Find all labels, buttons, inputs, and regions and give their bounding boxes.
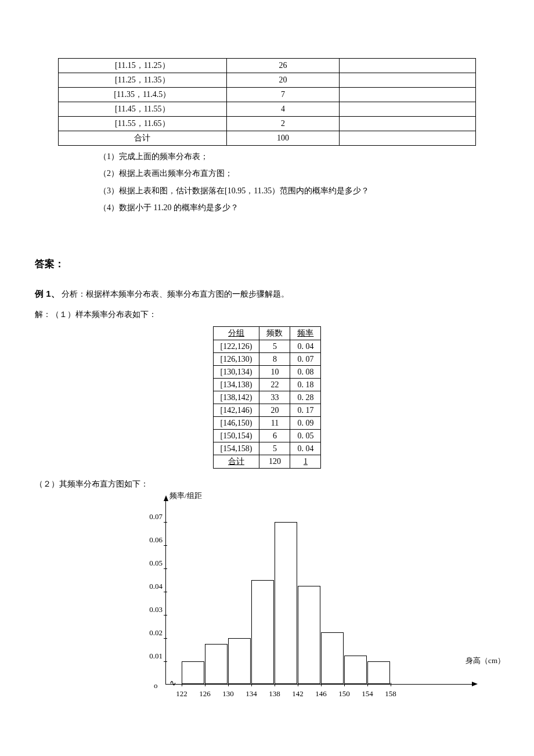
table-cell: 11 — [259, 417, 290, 430]
frequency-table: 分组频数频率[122,126)50. 04[126,130)80. 07[130… — [213, 326, 322, 469]
x-tick-label: 142 — [288, 689, 308, 699]
analysis-text: 分析：根据样本频率分布表、频率分布直方图的一般步骤解题。 — [62, 290, 289, 298]
table-row: [138,142)330. 28 — [213, 391, 321, 404]
table-cell: 0. 04 — [290, 340, 321, 353]
table-cell: 5 — [259, 442, 290, 455]
histogram-bar — [367, 661, 390, 684]
question-1: （1）完成上面的频率分布表； — [99, 148, 499, 165]
origin-label: o — [154, 681, 158, 690]
table-cell: 0. 28 — [290, 391, 321, 404]
x-tick-label: 150 — [334, 689, 354, 699]
table-cell: [11.35，11.4.5） — [59, 88, 227, 102]
table-row: 合计100 — [59, 131, 476, 146]
x-axis: 身高（cm） — [165, 684, 473, 685]
histogram-bar — [321, 632, 344, 684]
y-tick-label: 0.07 — [140, 512, 163, 521]
table-row: [11.35，11.4.5）7 — [59, 88, 476, 102]
table-cell: 2 — [226, 117, 340, 131]
y-tick-label: 0.04 — [140, 582, 163, 591]
table-row: [142,146)200. 17 — [213, 404, 321, 417]
table-cell: 0. 08 — [290, 366, 321, 379]
x-tick-label: 138 — [265, 689, 284, 699]
y-tick — [164, 638, 167, 639]
y-tick — [164, 522, 167, 523]
table-row: [11.45，11.55）4 — [59, 102, 476, 117]
axis-break-icon: ∿ — [169, 678, 176, 688]
table-cell: 合计 — [59, 131, 227, 146]
table-cell: 10 — [259, 366, 290, 379]
table-cell: [154,158) — [213, 442, 259, 455]
table-header: 分组 — [213, 327, 259, 340]
table-cell: 0. 18 — [290, 379, 321, 391]
histogram-bar — [251, 580, 274, 684]
table-cell — [340, 117, 476, 131]
table-cell: [122,126) — [213, 340, 259, 353]
example-analysis: 例 1、 分析：根据样本频率分布表、频率分布直方图的一般步骤解题。 — [35, 285, 499, 303]
y-tick — [164, 545, 167, 546]
table-cell: 26 — [226, 59, 340, 73]
y-tick — [164, 568, 167, 569]
histogram-bar — [182, 661, 204, 684]
table-cell: [130,134) — [213, 366, 259, 379]
x-tick-label: 134 — [241, 689, 261, 699]
y-tick-label: 0.03 — [140, 605, 163, 614]
table-cell: 22 — [259, 379, 290, 391]
histogram-chart: 频率/组距 身高（cm） o ∿ 0.010.020.030.040.050.0… — [116, 494, 453, 709]
x-tick — [182, 683, 182, 686]
x-tick-label: 122 — [172, 689, 192, 699]
x-tick-label: 146 — [311, 689, 331, 699]
table-cell: [134,138) — [213, 379, 259, 391]
table-cell: 100 — [226, 131, 340, 146]
data-table-top: [11.15，11.25）26[11.25，11.35）20[11.35，11.… — [58, 58, 476, 146]
histogram-bar — [205, 644, 228, 684]
x-axis-label: 身高（cm） — [466, 656, 505, 666]
x-tick — [298, 683, 298, 686]
table-cell: [11.15，11.25） — [59, 59, 227, 73]
page: [11.15，11.25）26[11.25，11.35）20[11.35，11.… — [0, 0, 534, 732]
table-cell: 0. 07 — [290, 353, 321, 366]
table-cell: 120 — [259, 455, 290, 469]
table-cell: 合计 — [213, 455, 259, 469]
example-label: 例 1、 — [35, 289, 60, 298]
table-row: [130,134)100. 08 — [213, 366, 321, 379]
table-row: [154,158)50. 04 — [213, 442, 321, 455]
question-3: （3）根据上表和图，估计数据落在[10.95，11.35）范围内的概率约是多少？ — [99, 182, 499, 199]
y-tick — [164, 615, 167, 615]
y-axis-label: 频率/组距 — [169, 491, 202, 501]
y-tick — [164, 661, 167, 662]
histogram-bar — [228, 638, 251, 684]
table-cell: 0. 17 — [290, 404, 321, 417]
table-cell: 8 — [259, 353, 290, 366]
chart-caption: （２）其频率分布直方图如下： — [35, 477, 499, 491]
x-tick — [275, 683, 275, 686]
x-tick-label: 154 — [358, 689, 377, 699]
table-row: 合计1201 — [213, 455, 321, 469]
table-row: [11.25，11.35）20 — [59, 73, 476, 88]
y-tick-label: 0.02 — [140, 628, 163, 638]
x-tick-label: 158 — [381, 689, 400, 699]
table-header: 频率 — [290, 327, 321, 340]
table-cell: 1 — [290, 455, 321, 469]
answer-heading-text: 答案： — [35, 258, 64, 269]
answer-heading: 答案： — [35, 257, 499, 271]
table-cell: 0. 04 — [290, 442, 321, 455]
table-cell — [340, 59, 476, 73]
table-row: [134,138)220. 18 — [213, 379, 321, 391]
y-tick-label: 0.01 — [140, 651, 163, 661]
table-cell: 0. 05 — [290, 430, 321, 442]
x-tick — [321, 683, 322, 686]
y-tick — [164, 592, 167, 592]
table-header: 频数 — [259, 327, 290, 340]
table-row: [122,126)50. 04 — [213, 340, 321, 353]
table-cell: [126,130) — [213, 353, 259, 366]
y-tick-label: 0.06 — [140, 535, 163, 545]
table-row: 分组频数频率 — [213, 327, 321, 340]
table-cell: 4 — [226, 102, 340, 117]
table-cell: 7 — [226, 88, 340, 102]
table-cell: [150,154) — [213, 430, 259, 442]
solution-line-1: 解：（１）样本频率分布表如下： — [35, 306, 499, 323]
table-cell: [138,142) — [213, 391, 259, 404]
table-cell — [340, 88, 476, 102]
x-tick — [205, 683, 205, 686]
table-cell — [340, 73, 476, 88]
